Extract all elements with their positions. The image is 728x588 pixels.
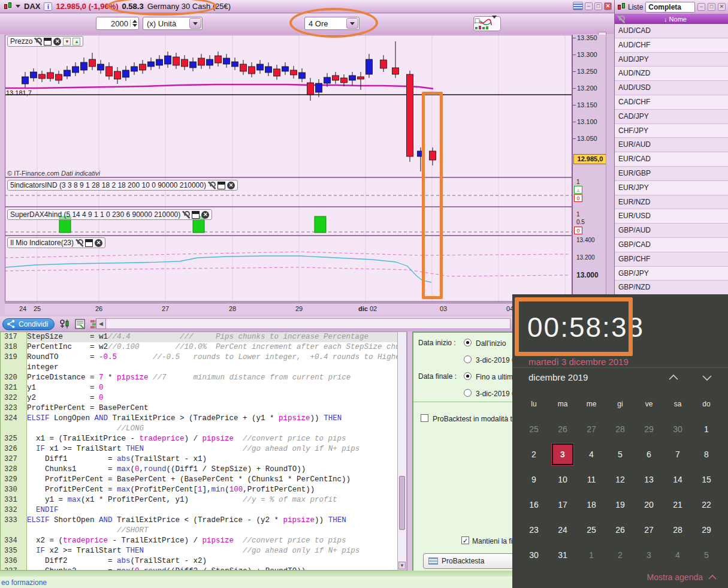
probacktest-run-button[interactable]: ProBacktesta [423,553,514,569]
horizontal-scrollbar[interactable]: ◀ [96,318,510,329]
watchlist-row[interactable]: CAD/JPY [615,110,728,124]
calendar-day[interactable]: 16 [523,494,545,515]
calendar-day[interactable]: 28 [667,519,688,541]
pane-title-mio-indicatore[interactable]: Il Mio Indicatore(23) ✕ [7,237,105,248]
close-icon[interactable]: ✕ [95,239,102,247]
calendar-day[interactable]: 25 [523,418,545,440]
watchlist-row[interactable]: GBP/JPY [615,267,728,281]
calendar-day[interactable]: 24 [552,519,573,541]
calendar-day[interactable]: 19 [609,494,631,515]
code-line[interactable]: 326 IF x1 >= TrailStart THEN //go ahead … [1,444,407,454]
calendar-day[interactable]: 26 [552,418,573,440]
code-line[interactable]: 320PriceDistance = 7 * pipsize //7 minim… [1,373,407,383]
window-icon[interactable] [218,182,225,189]
chevron-down-icon[interactable] [492,19,497,29]
scroll-left-arrow[interactable]: ◀ [96,318,106,329]
calendar-day[interactable]: 13 [638,469,660,490]
code-line[interactable]: 317StepSize = w1//4.4 /// Pips chunks to… [1,332,407,342]
keep-window-checkbox[interactable]: ✓ [461,536,469,544]
wrench-icon[interactable] [208,182,216,189]
window-icon[interactable] [192,211,200,219]
start-date-radio[interactable] [464,355,472,363]
watchlist-row[interactable]: GBP/CAD [615,238,728,252]
watchlist-row[interactable]: GBP/CHF [615,252,728,267]
calendar-day[interactable]: 5 [696,544,717,566]
calendar-day[interactable]: 17 [552,494,573,515]
info-icon[interactable]: i [44,2,52,11]
price-chart[interactable] [5,35,572,303]
end-date-radio[interactable] [464,389,472,397]
formazione-link[interactable]: eo formazione [1,578,47,587]
wrench-icon[interactable] [34,38,42,46]
calendar-day[interactable]: 2 [609,544,631,566]
minimize-button[interactable]: – [585,2,593,10]
calendar-day[interactable]: 8 [696,444,717,465]
units-mode-select[interactable]: (x) Unità [143,17,203,30]
code-line[interactable]: 321y1 = 0 [1,383,407,393]
close-icon[interactable]: ✕ [227,182,235,189]
minimize-button[interactable]: – [697,3,705,11]
end-last-data-radio[interactable] [464,372,472,380]
watchlist-row[interactable]: EUR/GBP [615,167,728,181]
calendar-day[interactable]: 18 [581,494,602,515]
code-line[interactable]: 330 ProfitPerCent = max(ProfitPerCent[1]… [1,485,407,495]
chevron-down-icon[interactable] [346,18,358,29]
code-line[interactable]: 322y2 = 0 [1,393,407,403]
watchlist-row[interactable]: EUR/AUD [615,138,728,152]
start-from-begin-radio[interactable] [464,339,472,346]
scrollbar-thumb[interactable] [399,476,405,530]
layout-grid-icon[interactable] [573,2,583,10]
sell-arrow-icon[interactable]: ▼ [63,38,71,46]
calendar-day[interactable]: 27 [581,418,602,440]
calendar-day[interactable]: 3 [552,444,573,465]
code-line[interactable]: //SHORT [1,526,407,536]
show-agenda-link[interactable]: Mostra agenda [647,572,717,582]
calendar-day[interactable]: 6 [638,444,660,465]
calendar-day[interactable]: 30 [667,418,688,440]
code-line[interactable]: 337 Chunks2 = max(0,round((Diff2 / StepS… [1,566,407,571]
code-line[interactable]: 329 ProfitPerCent = BasePerCent + (BaseP… [1,475,407,485]
watchlist-row[interactable]: EUR/NZD [615,195,728,210]
calendar-day[interactable]: 11 [581,469,602,490]
symbol-label[interactable]: DAX [24,2,40,11]
list-select[interactable]: Completa [645,2,695,13]
wrench-icon[interactable] [75,239,83,247]
code-line[interactable]: 332 ENDIF [1,505,407,515]
close-icon[interactable]: ✕ [201,211,209,219]
calendar-day[interactable]: 31 [552,544,573,566]
calendar-day[interactable]: 28 [609,418,631,440]
pane-title-prezzo[interactable]: Prezzo ✕ ▼ ▲ [7,36,83,47]
code-line[interactable]: integer [1,363,407,373]
time-axis[interactable]: 242526272829dic 020304 [5,303,572,315]
calendar-day[interactable]: 27 [638,519,660,541]
calendar-prev-icon[interactable] [667,373,680,382]
code-line[interactable]: 325 x1 = (TrailExitPrice - tradeprice) /… [1,434,407,444]
code-line[interactable]: 331 y1 = max(x1 * ProfitPerCent, y1) //y… [1,495,407,505]
code-editor[interactable]: 317StepSize = w1//4.4 /// Pips chunks to… [0,331,407,571]
code-line[interactable]: 333ELSIF ShortOpen AND TrailExitPrice < … [1,515,407,526]
window-icon[interactable] [85,239,93,247]
calendar-next-icon[interactable] [700,373,714,382]
scroll-down-arrow[interactable]: ▼ [398,562,406,569]
calendar-day[interactable]: 29 [638,418,660,440]
code-line[interactable]: 327 Diff1 = abs(TrailStart - x1) [1,454,407,465]
calendar-day[interactable]: 5 [609,444,631,465]
code-line[interactable]: 336 Diff2 = abs(TrailStart - x2) [1,556,407,566]
watchlist-row[interactable]: AUD/USD [615,81,728,95]
share-button[interactable]: Condividi [2,318,55,330]
wrench-icon[interactable] [182,211,190,219]
units-value[interactable]: 2000 [96,19,130,28]
calendar-day[interactable]: 7 [667,444,688,465]
close-button[interactable]: ✕ [718,3,726,11]
calendar-day[interactable]: 3 [638,544,660,566]
calendar-day[interactable]: 4 [581,444,602,465]
watchlist-row[interactable]: CAD/CHF [615,95,728,110]
watchlist-column-header[interactable]: ↓ Nome [615,14,728,24]
wrench-icon[interactable] [617,16,625,23]
calendar-day[interactable]: 30 [523,544,545,566]
calendar-day[interactable]: 15 [696,469,717,490]
calendar-day[interactable]: 2 [523,444,545,465]
watchlist-row[interactable]: AUD/JPY [615,53,728,67]
calendar-day[interactable]: 10 [552,469,573,490]
maximize-button[interactable]: □ [708,3,715,11]
